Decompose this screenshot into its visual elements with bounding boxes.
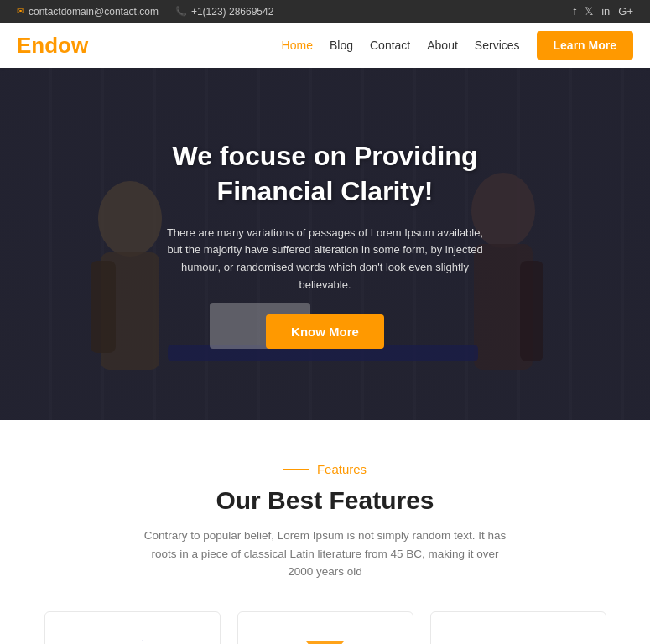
- phone-icon: 📞: [175, 6, 187, 17]
- email-contact: ✉ contactdomain@contact.com: [17, 6, 159, 18]
- nav-about[interactable]: About: [427, 39, 458, 52]
- email-icon: ✉: [17, 6, 24, 17]
- learn-more-button[interactable]: Learn More: [537, 31, 633, 60]
- features-section: Features Our Best Features Contrary to p…: [0, 420, 650, 644]
- nav-blog[interactable]: Blog: [330, 39, 353, 52]
- linkedin-icon[interactable]: in: [601, 5, 610, 18]
- feature-card-interest: $ Give Interest Lorem ipsum has been the…: [237, 611, 413, 644]
- know-more-button[interactable]: Know More: [266, 314, 384, 349]
- facebook-icon[interactable]: f: [574, 5, 577, 18]
- features-label-text: Features: [317, 462, 367, 476]
- phone-text: +1(123) 28669542: [191, 6, 273, 18]
- googleplus-icon[interactable]: G+: [618, 5, 633, 18]
- hero-section: We focuse on Providing Financial Clarity…: [0, 68, 650, 420]
- features-title: Our Best Features: [25, 486, 625, 515]
- nav-links: Home Blog Contact About Services Learn M…: [282, 31, 633, 60]
- site-logo[interactable]: Endow: [17, 33, 88, 59]
- nav-services[interactable]: Services: [475, 39, 520, 52]
- email-text: contactdomain@contact.com: [29, 6, 159, 18]
- feature-cards-container: ↑ Open An Account Lorem ipsum has been t…: [25, 611, 625, 644]
- svg-text:↑: ↑: [141, 639, 144, 644]
- hero-title: We focuse on Providing Financial Clarity…: [166, 139, 485, 209]
- feature-card-account: ↑ Open An Account Lorem ipsum has been t…: [44, 611, 221, 644]
- nav-contact[interactable]: Contact: [370, 39, 410, 52]
- features-description: Contrary to popular belief, Lorem Ipsum …: [141, 527, 510, 581]
- nav-home[interactable]: Home: [282, 39, 313, 52]
- briefcase-icon: [493, 637, 543, 644]
- features-label-line: [283, 469, 309, 470]
- hero-content: We focuse on Providing Financial Clarity…: [149, 122, 502, 365]
- feature-card-affiliate: Affiliate Program Lorem ipsum has been t…: [430, 611, 606, 644]
- top-bar-left: ✉ contactdomain@contact.com 📞 +1(123) 28…: [17, 6, 273, 18]
- phone-contact: 📞 +1(123) 28669542: [175, 6, 273, 18]
- social-links: f 𝕏 in G+: [574, 5, 633, 18]
- funnel-dollar-icon: $: [300, 637, 351, 644]
- bar-chart-icon: ↑: [107, 637, 158, 644]
- twitter-icon[interactable]: 𝕏: [585, 5, 593, 18]
- navbar: Endow Home Blog Contact About Services L…: [0, 23, 650, 68]
- hero-subtitle: There are many variations of passages of…: [166, 225, 485, 294]
- features-label: Features: [25, 462, 625, 476]
- top-bar: ✉ contactdomain@contact.com 📞 +1(123) 28…: [0, 0, 650, 23]
